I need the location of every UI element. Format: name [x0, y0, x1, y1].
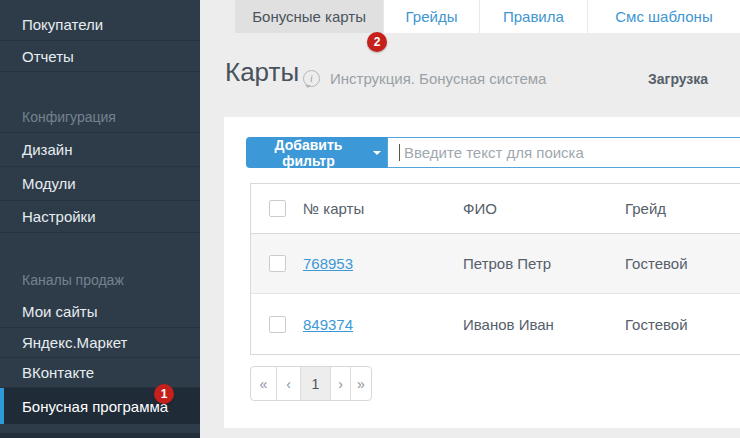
sidebar-item-label: Бонусная программа [22, 398, 168, 415]
pagination-last-button[interactable]: » [350, 367, 371, 400]
content-area: Карты i Инструкция. Бонусная система Заг… [200, 33, 740, 438]
info-bubble-icon[interactable]: i [303, 70, 320, 87]
loading-status: Загрузка [648, 71, 708, 87]
tab-rules[interactable]: Правила [479, 0, 587, 33]
sidebar-item-label: Отчеты [22, 48, 74, 65]
table-row: 768953 Петров Петр Гостевой [251, 234, 740, 294]
tab-label: Бонусные карты [252, 8, 366, 25]
add-filter-button[interactable]: Добавить фильтр [246, 137, 387, 168]
tab-bonus-cards[interactable]: Бонусные карты 2 [235, 0, 383, 33]
customer-name: Петров Петр [463, 255, 625, 272]
search-wrap [387, 137, 740, 168]
page-title: Карты [225, 57, 299, 88]
tab-grades[interactable]: Грейды [383, 0, 479, 33]
sidebar-item-my-sites[interactable]: Мои сайты [0, 295, 200, 328]
search-input[interactable] [387, 137, 740, 168]
column-header-grade: Грейд [625, 200, 740, 217]
sidebar-spacer [0, 72, 200, 102]
main-area: Бонусные карты 2 Грейды Правила Смс шабл… [200, 0, 740, 438]
pagination-prev-button[interactable]: ‹ [276, 367, 300, 400]
sidebar-item-label: ВКонтакте [22, 364, 94, 381]
pagination-first-button[interactable]: « [251, 367, 276, 400]
cards-panel: Добавить фильтр № карты ФИО Грейд 76 [224, 117, 740, 428]
tab-label: Грейды [406, 8, 458, 25]
sidebar-item-vkontakte[interactable]: ВКонтакте [0, 358, 200, 388]
grade-value: Гостевой [625, 316, 740, 333]
tab-label: Смс шаблоны [615, 8, 712, 25]
sidebar-item-yandex-market[interactable]: Яндекс.Маркет [0, 328, 200, 358]
select-all-checkbox[interactable] [269, 200, 286, 217]
caret-down-icon [373, 151, 381, 159]
text-cursor [399, 144, 400, 161]
sidebar-top-stub [0, 0, 200, 8]
tab-sms-templates[interactable]: Смс шаблоны [587, 0, 740, 33]
table-header-row: № карты ФИО Грейд [251, 184, 740, 234]
instruction-link[interactable]: Инструкция. Бонусная система [330, 70, 546, 87]
filter-row: Добавить фильтр [246, 137, 740, 168]
customer-name: Иванов Иван [463, 316, 625, 333]
sidebar-item-label: Яндекс.Маркет [22, 334, 127, 351]
sidebar-item-label: Покупатели [22, 16, 103, 33]
sidebar-item-settings[interactable]: Настройки [0, 201, 200, 233]
table-row: 849374 Иванов Иван Гостевой [251, 294, 740, 354]
sidebar-section-label: Конфигурация [22, 109, 116, 125]
sidebar: Покупатели Отчеты Конфигурация Дизайн Мо… [0, 0, 200, 438]
cards-table: № карты ФИО Грейд 768953 Петров Петр Гос… [250, 183, 740, 355]
add-filter-label: Добавить фильтр [252, 137, 365, 169]
sidebar-section-configuration: Конфигурация [0, 102, 200, 133]
sidebar-badge: 1 [154, 384, 174, 404]
sidebar-section-sales-channels: Каналы продаж [0, 265, 200, 295]
row-checkbox[interactable] [269, 316, 286, 333]
sidebar-item-reports[interactable]: Отчеты [0, 41, 200, 72]
card-number-link[interactable]: 849374 [303, 316, 353, 333]
pagination-page-1[interactable]: 1 [300, 367, 330, 400]
sidebar-item-label: Мои сайты [22, 303, 97, 320]
pagination-next-button[interactable]: › [330, 367, 350, 400]
sidebar-gap [0, 424, 200, 433]
sidebar-item-label: Дизайн [22, 141, 72, 158]
sidebar-item-customers[interactable]: Покупатели [0, 8, 200, 41]
sidebar-section-label: Каналы продаж [22, 272, 124, 288]
pagination: « ‹ 1 › » [250, 366, 372, 401]
sidebar-item-bonus-program[interactable]: Бонусная программа 1 [0, 388, 200, 424]
grade-value: Гостевой [625, 255, 740, 272]
card-number-link[interactable]: 768953 [303, 255, 353, 272]
sidebar-item-design[interactable]: Дизайн [0, 133, 200, 167]
tab-label: Правила [503, 8, 564, 25]
tab-bar: Бонусные карты 2 Грейды Правила Смс шабл… [200, 0, 740, 33]
sidebar-item-modules[interactable]: Модули [0, 167, 200, 201]
column-header-card-number: № карты [303, 200, 463, 217]
sidebar-item-label: Настройки [22, 208, 96, 225]
sidebar-item-label: Модули [22, 175, 76, 192]
sidebar-spacer [0, 233, 200, 265]
row-checkbox[interactable] [269, 255, 286, 272]
sidebar-bottom-strip [0, 433, 200, 438]
column-header-name: ФИО [463, 200, 625, 217]
